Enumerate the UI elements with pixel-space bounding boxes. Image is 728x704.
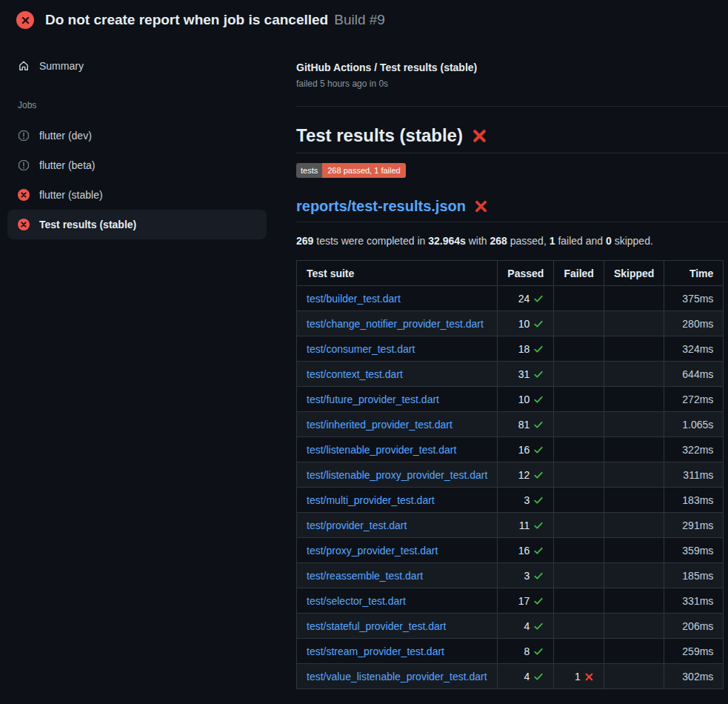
time-cell: 311ms xyxy=(664,462,724,488)
time-cell: 331ms xyxy=(664,588,724,614)
check-icon xyxy=(533,319,544,329)
suite-cell: test/context_test.dart xyxy=(297,362,498,387)
table-row: test/provider_test.dart11291ms xyxy=(297,513,724,538)
check-icon xyxy=(533,671,544,682)
suite-link[interactable]: test/inherited_provider_test.dart xyxy=(307,419,453,431)
sidebar-item-summary[interactable]: Summary xyxy=(7,51,267,81)
check-icon xyxy=(533,571,544,581)
suite-link[interactable]: test/reassemble_test.dart xyxy=(307,570,423,582)
passed-cell: 11 xyxy=(498,513,554,538)
time-cell: 1.065s xyxy=(664,412,724,437)
skipped-cell xyxy=(604,639,664,664)
table-row: test/consumer_test.dart18324ms xyxy=(297,336,724,362)
failed-cell xyxy=(554,513,604,538)
skipped-cell xyxy=(604,362,664,387)
skipped-cell xyxy=(604,412,664,437)
suite-link[interactable]: test/value_listenable_provider_test.dart xyxy=(307,671,487,683)
failed-cell xyxy=(554,588,604,614)
workflow-breadcrumb: GitHub Actions / Test results (stable) xyxy=(296,62,728,73)
table-row: test/future_provider_test.dart10272ms xyxy=(297,387,724,412)
time-cell: 206ms xyxy=(664,614,724,639)
skipped-cell xyxy=(604,488,664,513)
table-row: test/multi_provider_test.dart3183ms xyxy=(297,488,724,513)
time-cell: 322ms xyxy=(664,437,724,462)
skipped-cell xyxy=(604,513,664,538)
cross-mark-icon xyxy=(472,128,487,144)
check-icon xyxy=(533,344,544,354)
suite-link[interactable]: test/listenable_provider_test.dart xyxy=(307,444,456,456)
suite-link[interactable]: test/context_test.dart xyxy=(307,368,403,380)
cancelled-status-icon xyxy=(18,130,30,142)
sidebar-item-flutter-beta[interactable]: flutter (beta) xyxy=(7,150,267,180)
check-icon xyxy=(533,646,544,657)
skipped-cell xyxy=(604,437,664,462)
failed-cell xyxy=(554,387,604,412)
suite-link[interactable]: test/future_provider_test.dart xyxy=(307,393,439,405)
suite-cell: test/listenable_provider_test.dart xyxy=(297,437,498,462)
column-header-skipped: Skipped xyxy=(604,261,664,286)
time-cell: 280ms xyxy=(664,311,724,336)
sidebar-item-label: Summary xyxy=(39,61,84,71)
table-row: test/proxy_provider_test.dart16359ms xyxy=(297,538,724,563)
build-number: Build #9 xyxy=(334,12,385,28)
column-header-test-suite: Test suite xyxy=(297,261,498,286)
table-row: test/context_test.dart31644ms xyxy=(297,362,724,387)
sidebar-item-label: flutter (dev) xyxy=(39,130,92,141)
passed-cell: 81 xyxy=(498,412,554,437)
column-header-time: Time xyxy=(664,261,724,286)
failed-cell xyxy=(554,336,604,362)
section-heading: Test results (stable) xyxy=(296,125,463,146)
table-row: test/inherited_provider_test.dart811.065… xyxy=(297,412,724,437)
suite-link[interactable]: test/listenable_proxy_provider_test.dart xyxy=(307,469,487,481)
failed-cell xyxy=(554,639,604,664)
time-cell: 302ms xyxy=(664,664,724,689)
suite-link[interactable]: test/proxy_provider_test.dart xyxy=(307,545,438,557)
test-results-table: Test suitePassedFailedSkippedTime test/b… xyxy=(296,260,724,689)
page-title: Do not create report when job is cancell… xyxy=(45,12,328,28)
suite-link[interactable]: test/builder_test.dart xyxy=(307,293,401,305)
passed-cell: 8 xyxy=(498,639,554,664)
table-row: test/change_notifier_provider_test.dart1… xyxy=(297,311,724,336)
time-cell: 324ms xyxy=(664,336,724,362)
failed-cell xyxy=(554,311,604,336)
skipped-cell xyxy=(604,286,664,311)
report-file-link[interactable]: reports/test-results.json xyxy=(296,198,466,215)
suite-link[interactable]: test/provider_test.dart xyxy=(307,519,407,531)
sidebar-item-flutter-stable[interactable]: flutter (stable) xyxy=(7,180,267,210)
passed-cell: 12 xyxy=(498,462,554,488)
failed-cell xyxy=(554,538,604,563)
home-icon xyxy=(18,60,30,72)
time-cell: 185ms xyxy=(664,563,724,588)
suite-link[interactable]: test/selector_test.dart xyxy=(307,595,406,607)
skipped-cell xyxy=(604,387,664,412)
time-cell: 183ms xyxy=(664,488,724,513)
sidebar-item-flutter-dev[interactable]: flutter (dev) xyxy=(7,121,267,150)
suite-cell: test/multi_provider_test.dart xyxy=(297,488,498,513)
cancelled-status-icon xyxy=(18,159,30,171)
passed-cell: 16 xyxy=(498,538,554,563)
x-icon xyxy=(584,672,594,682)
passed-cell: 10 xyxy=(498,311,554,336)
check-icon xyxy=(533,596,544,606)
time-cell: 359ms xyxy=(664,538,724,563)
check-icon xyxy=(533,545,544,556)
time-cell: 375ms xyxy=(664,286,724,311)
jobs-section-heading: Jobs xyxy=(7,100,267,110)
suite-link[interactable]: test/stateful_provider_test.dart xyxy=(307,620,446,632)
suite-link[interactable]: test/consumer_test.dart xyxy=(307,343,415,355)
suite-link[interactable]: test/multi_provider_test.dart xyxy=(307,494,435,506)
table-row: test/listenable_provider_test.dart16322m… xyxy=(297,437,724,462)
skipped-cell xyxy=(604,563,664,588)
suite-cell: test/stream_provider_test.dart xyxy=(297,639,498,664)
failed-cell xyxy=(554,437,604,462)
suite-cell: test/builder_test.dart xyxy=(297,286,498,311)
sidebar-item-label: flutter (stable) xyxy=(39,190,103,200)
suite-link[interactable]: test/stream_provider_test.dart xyxy=(307,645,444,657)
suite-cell: test/listenable_proxy_provider_test.dart xyxy=(297,462,498,488)
suite-link[interactable]: test/change_notifier_provider_test.dart xyxy=(307,318,484,330)
failed-cell xyxy=(554,412,604,437)
sidebar-item-test-results-stable[interactable]: Test results (stable) xyxy=(7,210,267,239)
passed-cell: 17 xyxy=(498,588,554,614)
passed-cell: 4 xyxy=(498,614,554,639)
skipped-cell xyxy=(604,336,664,362)
